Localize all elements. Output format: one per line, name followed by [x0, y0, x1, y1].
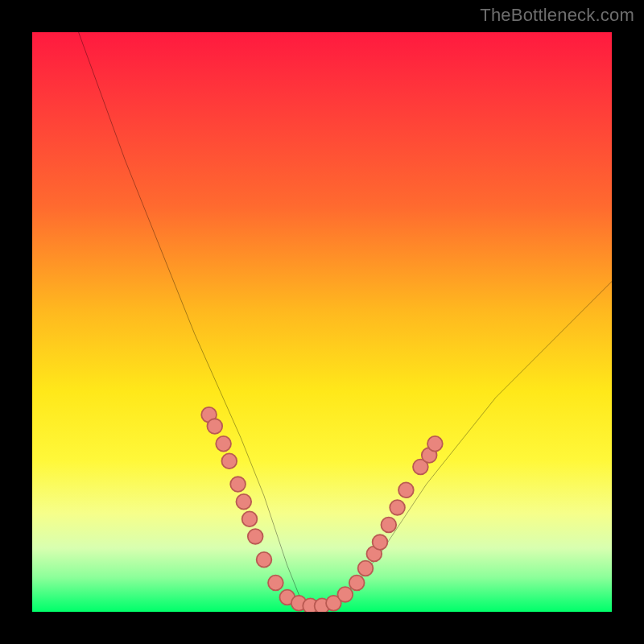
- sample-marker: [268, 576, 283, 591]
- sample-marker: [390, 500, 405, 515]
- sample-marker: [221, 453, 237, 469]
- sample-marker: [337, 587, 353, 602]
- sample-marker: [398, 482, 414, 497]
- sample-marker: [349, 576, 365, 591]
- bottleneck-plot: [32, 32, 612, 612]
- sample-marker: [236, 494, 251, 510]
- sample-marker: [207, 419, 222, 434]
- bottleneck-curve: [79, 32, 612, 607]
- sample-marker: [216, 436, 231, 452]
- chart-stage: TheBottleneck.com: [0, 0, 644, 644]
- watermark-text: TheBottleneck.com: [480, 5, 634, 26]
- sample-marker: [373, 535, 388, 550]
- sample-marker: [427, 436, 443, 452]
- sample-marker: [358, 561, 374, 576]
- curve-layer: [79, 32, 612, 607]
- sample-marker: [248, 529, 263, 544]
- sample-marker: [257, 552, 272, 568]
- sample-marker: [381, 518, 396, 533]
- sample-marker: [230, 477, 246, 492]
- sample-markers: [201, 407, 443, 612]
- sample-marker: [242, 511, 258, 526]
